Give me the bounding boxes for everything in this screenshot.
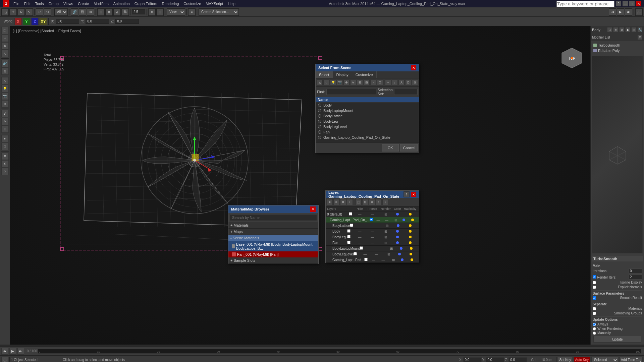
- angle-snap-btn[interactable]: ∡: [113, 8, 121, 16]
- x-coord-input[interactable]: [56, 19, 79, 24]
- dt-grid-btn[interactable]: ⊟: [364, 79, 370, 85]
- layer-view4-btn[interactable]: ↑: [376, 199, 382, 205]
- material-base001[interactable]: Base_001 (VRayMtl) [Body, BodyLaptopMoun…: [228, 241, 318, 251]
- menu-maxscript[interactable]: MAXScript: [204, 1, 225, 6]
- material-close[interactable]: ✕: [310, 206, 316, 212]
- dt-point-btn[interactable]: ·: [370, 79, 376, 85]
- layer-default-checkbox[interactable]: [347, 212, 354, 216]
- layer-move-btn[interactable]: +: [347, 199, 353, 205]
- dt-none-btn[interactable]: ∅: [405, 79, 411, 85]
- snap3d-btn[interactable]: ⊠: [105, 8, 113, 16]
- lt-snap[interactable]: ⊻: [1, 160, 9, 168]
- list-item-gaming[interactable]: Gaming_Laptop_Cooling_Pad_On_State: [316, 135, 419, 140]
- modifier-list-dropdown[interactable]: ▼: [637, 35, 643, 40]
- l1-cb[interactable]: [370, 218, 374, 222]
- layer-fan[interactable]: Fan — — ⊞: [326, 240, 419, 246]
- menu-animation[interactable]: Animation: [111, 1, 132, 6]
- hierarchy-icon[interactable]: ⊕: [619, 27, 625, 33]
- lt-sphere[interactable]: ●: [1, 135, 9, 142]
- lt-box[interactable]: □: [1, 143, 9, 150]
- dialog-select-close[interactable]: ✕: [411, 65, 416, 70]
- menu-modifiers[interactable]: Modifiers: [92, 1, 111, 6]
- menu-group[interactable]: Group: [46, 1, 61, 6]
- lt-help[interactable]: ?: [1, 168, 9, 175]
- autokey-btn[interactable]: Auto Key: [574, 357, 590, 362]
- dt-camera-btn[interactable]: 📷: [337, 79, 343, 85]
- set-key-btn[interactable]: Set Key: [558, 357, 572, 362]
- lt-move[interactable]: ✛: [1, 35, 9, 42]
- sample-slots-section[interactable]: + Sample Slots: [228, 257, 318, 264]
- dt-xref-btn[interactable]: X: [377, 79, 383, 85]
- z-coord-input[interactable]: [115, 19, 139, 24]
- add-time-tag-btn[interactable]: Add Time Tag: [620, 357, 643, 362]
- utils-icon[interactable]: 🔧: [637, 27, 643, 33]
- when-rendering-radio[interactable]: [593, 327, 596, 330]
- layer-view3-btn[interactable]: ≋: [369, 199, 375, 205]
- snap-value[interactable]: [132, 9, 145, 14]
- b-cb[interactable]: [347, 229, 354, 233]
- motion-icon[interactable]: ▶: [625, 27, 631, 33]
- list-item-bll[interactable]: BodyLegLevel: [316, 124, 419, 129]
- xy-axis-btn[interactable]: XY: [40, 18, 47, 25]
- lt-link[interactable]: 🔗: [1, 60, 9, 67]
- sel-set-input[interactable]: [394, 89, 418, 95]
- tab-display[interactable]: Display: [333, 71, 352, 78]
- layer-icon-btn[interactable]: ≡: [327, 199, 333, 205]
- layer-bll[interactable]: BodyLegLevel — — ⊞: [326, 251, 419, 257]
- fan-cb[interactable]: [347, 241, 354, 245]
- z-pos-input[interactable]: [508, 357, 527, 362]
- list-item-blm[interactable]: BodyLaptopMount: [316, 108, 419, 113]
- modify-icon[interactable]: ≡: [613, 27, 619, 33]
- move-btn[interactable]: ✛: [9, 8, 17, 16]
- render-iters-input[interactable]: [629, 275, 642, 280]
- menu-tools[interactable]: Tools: [33, 1, 46, 6]
- update-button[interactable]: Update: [593, 336, 641, 343]
- layer-body[interactable]: Body — — ⊞: [326, 229, 419, 234]
- bind-btn[interactable]: ⊕: [87, 8, 94, 16]
- materials-check[interactable]: [593, 307, 596, 310]
- bll-cb[interactable]: [354, 252, 360, 256]
- menu-edit[interactable]: Edit: [22, 1, 33, 6]
- materials-section[interactable]: + Materials: [228, 222, 318, 229]
- selection-set-input[interactable]: Create Selection...: [199, 8, 239, 16]
- selection-mode-select[interactable]: Selected: [591, 357, 618, 362]
- unlink-btn[interactable]: ⛓: [79, 8, 86, 16]
- lt-camera[interactable]: 📷: [1, 93, 9, 100]
- list-item-body[interactable]: Body: [316, 103, 419, 108]
- explicit-check[interactable]: [593, 286, 596, 289]
- link-btn[interactable]: 🔗: [71, 8, 78, 16]
- blm-cb[interactable]: [360, 246, 365, 250]
- anim-btn-next[interactable]: ⏭: [625, 8, 632, 16]
- material-fan001[interactable]: Fan_001 (VRayMtl) [Fan]: [228, 251, 318, 257]
- redo-btn[interactable]: ↪: [44, 8, 51, 16]
- y-pos-input[interactable]: [486, 357, 504, 362]
- modifier-editpoly[interactable]: Editable Poly: [592, 48, 643, 53]
- next-frame-btn[interactable]: ⏭: [17, 348, 24, 355]
- dt-all-btn[interactable]: A: [398, 79, 405, 85]
- lt-reactor[interactable]: ⚙: [1, 153, 9, 160]
- iterations-input[interactable]: [629, 268, 642, 274]
- scene-materials-section[interactable]: - Scene Materials: [228, 235, 318, 241]
- gp-cb[interactable]: [364, 258, 369, 262]
- lt-cloth[interactable]: ⊞: [1, 125, 9, 133]
- menu-file[interactable]: File: [11, 1, 21, 6]
- y-coord-input[interactable]: [86, 19, 109, 24]
- anim-btn-prev[interactable]: ⏮: [609, 8, 616, 16]
- lt-unlink[interactable]: ⛓: [1, 67, 9, 75]
- play-btn[interactable]: ▶: [9, 348, 16, 355]
- lt-rotate[interactable]: ↻: [1, 42, 9, 50]
- percent-snap-btn[interactable]: %: [121, 8, 129, 16]
- list-item-bl[interactable]: BodyLeg: [316, 119, 419, 124]
- layer-view5-btn[interactable]: ↓: [382, 199, 388, 205]
- z-axis-btn[interactable]: Z: [31, 18, 39, 25]
- bleg-cb[interactable]: [347, 235, 354, 239]
- render-iters-check[interactable]: [593, 275, 596, 279]
- layer-view1-btn[interactable]: ⬚: [356, 199, 362, 205]
- open-layers-btn[interactable]: ≡: [188, 8, 196, 16]
- dt-light-btn[interactable]: 💡: [330, 79, 336, 85]
- minimize-btn[interactable]: —: [623, 1, 628, 6]
- create-icon[interactable]: □: [607, 27, 612, 33]
- snap-btn[interactable]: ⊞: [97, 8, 105, 16]
- lt-paint[interactable]: 🖌: [1, 110, 9, 117]
- layer-gaming-pad[interactable]: Gaming_Lapt...Pad... — — ⊞: [326, 257, 419, 263]
